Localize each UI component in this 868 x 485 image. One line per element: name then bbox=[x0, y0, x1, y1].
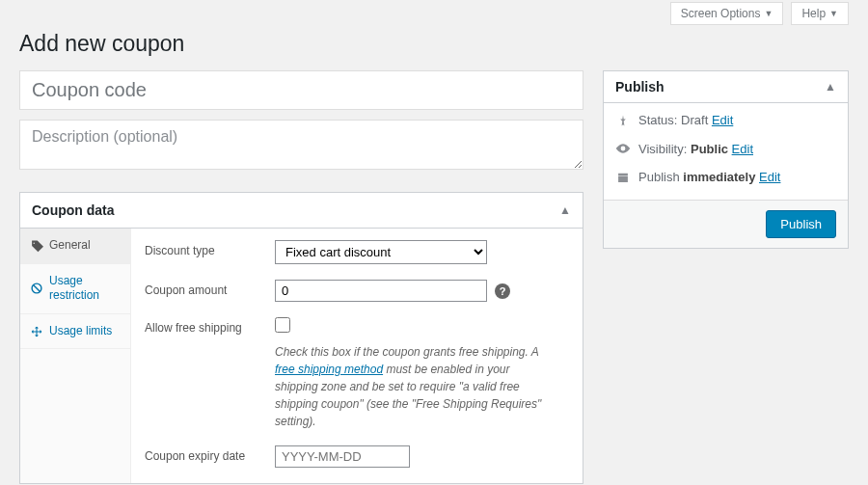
help-tooltip-icon[interactable]: ? bbox=[495, 283, 510, 299]
free-shipping-label: Allow free shipping bbox=[145, 317, 275, 335]
tab-usage-restriction[interactable]: Usage restriction bbox=[20, 264, 130, 314]
coupon-data-panel: Coupon data ▲ General Usage re bbox=[19, 192, 583, 484]
expiry-date-input[interactable] bbox=[275, 445, 410, 468]
caret-down-icon: ▼ bbox=[829, 9, 838, 18]
edit-schedule-link[interactable]: Edit bbox=[759, 170, 780, 184]
discount-type-label: Discount type bbox=[145, 240, 275, 257]
edit-visibility-link[interactable]: Edit bbox=[732, 142, 753, 156]
coupon-code-input[interactable] bbox=[19, 70, 583, 110]
move-icon bbox=[30, 325, 43, 338]
tab-general[interactable]: General bbox=[20, 229, 130, 264]
coupon-tabs: General Usage restriction Usage limits bbox=[20, 229, 131, 483]
tab-usage-restriction-label: Usage restriction bbox=[49, 274, 121, 304]
collapse-toggle-icon[interactable]: ▲ bbox=[559, 203, 571, 217]
eye-icon bbox=[615, 141, 631, 156]
discount-type-select[interactable]: Fixed cart discount bbox=[275, 240, 487, 264]
caret-down-icon: ▼ bbox=[764, 9, 773, 18]
tab-usage-limits-label: Usage limits bbox=[49, 324, 112, 339]
tab-general-label: General bbox=[49, 238, 91, 254]
screen-options-button[interactable]: Screen Options ▼ bbox=[670, 2, 784, 25]
help-label: Help bbox=[801, 7, 826, 20]
coupon-amount-input[interactable] bbox=[275, 280, 487, 302]
status-row: Status: Draft Edit bbox=[638, 113, 733, 127]
help-button[interactable]: Help ▼ bbox=[791, 2, 849, 25]
coupon-data-header: Coupon data bbox=[32, 202, 115, 218]
page-title: Add new coupon bbox=[19, 31, 849, 57]
coupon-amount-label: Coupon amount bbox=[145, 280, 275, 297]
visibility-row: Visibility: Public Edit bbox=[638, 142, 753, 156]
tab-usage-limits[interactable]: Usage limits bbox=[20, 314, 130, 350]
schedule-row: Publish immediately Edit bbox=[638, 170, 780, 184]
publish-header: Publish bbox=[615, 79, 665, 94]
expiry-date-label: Coupon expiry date bbox=[145, 445, 275, 463]
free-shipping-checkbox[interactable] bbox=[275, 317, 290, 333]
free-shipping-method-link[interactable]: free shipping method bbox=[275, 363, 383, 376]
calendar-icon bbox=[615, 171, 631, 184]
description-textarea[interactable] bbox=[19, 120, 583, 170]
edit-status-link[interactable]: Edit bbox=[712, 113, 733, 127]
publish-button[interactable]: Publish bbox=[766, 210, 836, 238]
ban-icon bbox=[30, 282, 43, 295]
screen-options-label: Screen Options bbox=[681, 7, 761, 20]
free-shipping-description: Check this box if the coupon grants free… bbox=[275, 343, 555, 430]
tag-icon bbox=[30, 239, 43, 253]
pin-icon bbox=[615, 114, 631, 127]
collapse-toggle-icon[interactable]: ▲ bbox=[825, 80, 836, 94]
publish-panel: Publish ▲ Status: Draft Edit bbox=[603, 70, 849, 249]
svg-line-1 bbox=[34, 285, 41, 292]
